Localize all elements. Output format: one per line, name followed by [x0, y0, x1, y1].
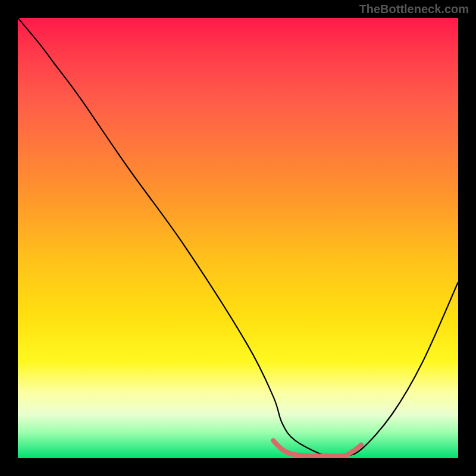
plot-area [18, 18, 458, 458]
bottleneck-curve-line [18, 18, 458, 458]
chart-svg [18, 18, 458, 458]
watermark-text: TheBottleneck.com [359, 2, 469, 16]
flat-region-marker-line [273, 440, 361, 456]
